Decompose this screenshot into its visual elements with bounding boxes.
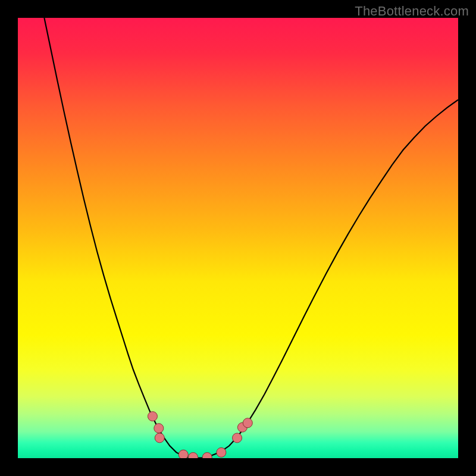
outer-frame: TheBottleneck.com <box>0 0 476 476</box>
marker-dot <box>154 424 164 433</box>
chart-plot <box>18 18 458 458</box>
marker-dot <box>155 433 164 443</box>
marker-dot <box>178 450 188 458</box>
marker-dot <box>217 447 226 457</box>
marker-dot <box>243 418 252 428</box>
marker-dot <box>233 433 242 443</box>
chart-background <box>18 18 458 458</box>
marker-dot <box>148 412 157 421</box>
watermark-text: TheBottleneck.com <box>355 4 469 19</box>
